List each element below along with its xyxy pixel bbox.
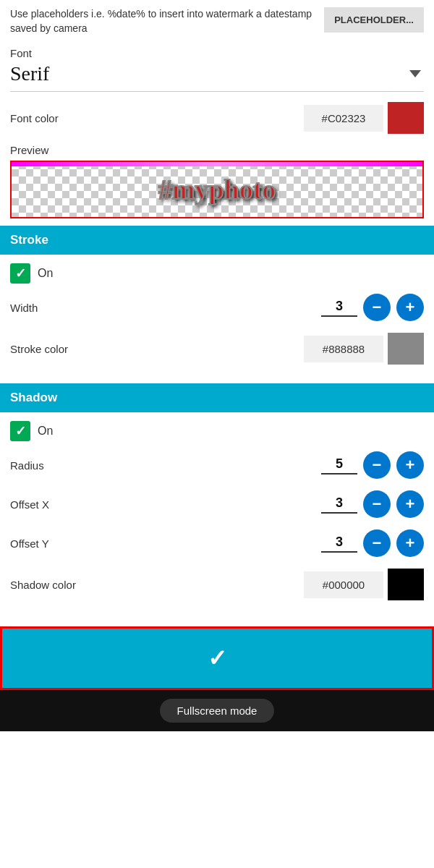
description-text: Use placeholders i.e. %date% to insert i… [10,7,324,35]
shadow-offset-y-plus-button[interactable]: + [396,529,424,557]
font-color-hex[interactable]: #C02323 [304,105,383,132]
fullscreen-button[interactable]: Fullscreen mode [160,699,275,723]
minus-icon: − [373,496,382,512]
top-section: Use placeholders i.e. %date% to insert i… [0,0,434,226]
minus-icon: − [373,299,382,315]
shadow-radius-controls: 5 − + [321,451,424,479]
stroke-title: Stroke [10,233,48,247]
stroke-checkbox[interactable]: ✓ [10,263,30,284]
shadow-offset-x-plus-button[interactable]: + [396,490,424,518]
plus-icon: + [406,457,415,473]
stroke-color-hex[interactable]: #888888 [304,336,383,362]
stroke-color-input-group: #888888 [304,333,424,365]
stroke-width-controls: 3 − + [321,294,424,321]
shadow-section-header: Shadow [0,383,434,412]
preview-label: Preview [10,144,424,156]
shadow-checkbox[interactable]: ✓ [10,421,30,441]
shadow-offset-x-minus-button[interactable]: − [363,490,391,518]
shadow-color-hex[interactable]: #000000 [304,571,383,598]
font-select-row[interactable]: Serif [10,62,424,92]
preview-top-line [12,162,422,166]
shadow-offset-y-row: Offset Y 3 − + [10,529,424,557]
preview-box: #myphoto [10,161,424,218]
stroke-checkbox-row: ✓ On [10,263,424,284]
confirm-checkmark: ✓ [208,644,227,672]
shadow-offset-y-minus-button[interactable]: − [363,529,391,557]
shadow-color-swatch[interactable] [388,569,424,600]
stroke-color-swatch[interactable] [388,333,424,365]
shadow-color-label: Shadow color [10,579,76,591]
placeholder-button[interactable]: PLACEHOLDER... [324,7,424,33]
shadow-offset-x-label: Offset X [10,498,49,511]
shadow-radius-minus-button[interactable]: − [363,451,391,479]
stroke-width-label: Width [10,302,38,314]
shadow-color-input-group: #000000 [304,569,424,600]
plus-icon: + [406,299,415,315]
preview-text: #myphoto [158,174,276,205]
font-color-row: Font color #C02323 [10,102,424,134]
minus-icon: − [373,457,382,473]
stroke-checkbox-label: On [38,267,53,280]
shadow-section-content: ✓ On Radius 5 − + Offset X 3 − + Offse [0,412,434,619]
stroke-color-row: Stroke color #888888 [10,333,424,365]
chevron-down-icon [409,70,421,77]
shadow-radius-value: 5 [321,456,357,475]
description-row: Use placeholders i.e. %date% to insert i… [10,7,424,35]
plus-icon: + [406,535,415,551]
stroke-section-header: Stroke [0,226,434,255]
stroke-checkmark: ✓ [15,265,26,281]
font-label: Font [10,47,424,59]
shadow-offset-x-row: Offset X 3 − + [10,490,424,518]
confirm-button[interactable]: ✓ [0,626,434,690]
shadow-offset-y-label: Offset Y [10,537,49,550]
shadow-offset-x-controls: 3 − + [321,490,424,518]
plus-icon: + [406,496,415,512]
shadow-checkbox-row: ✓ On [10,421,424,441]
stroke-section-content: ✓ On Width 3 − + Stroke color #888888 [0,255,434,383]
font-color-input-group: #C02323 [304,102,424,134]
shadow-color-row: Shadow color #000000 [10,569,424,600]
shadow-checkmark: ✓ [15,423,26,439]
shadow-checkbox-label: On [38,425,53,438]
shadow-offset-y-controls: 3 − + [321,529,424,557]
font-value: Serif [10,62,49,85]
stroke-width-row: Width 3 − + [10,294,424,321]
shadow-radius-row: Radius 5 − + [10,451,424,479]
stroke-width-plus-button[interactable]: + [396,294,424,321]
shadow-title: Shadow [10,391,57,405]
shadow-radius-plus-button[interactable]: + [396,451,424,479]
minus-icon: − [373,535,382,551]
stroke-width-minus-button[interactable]: − [363,294,391,321]
shadow-offset-x-value: 3 [321,495,357,514]
bottom-bar: Fullscreen mode [0,690,434,731]
shadow-radius-label: Radius [10,459,44,472]
font-color-label: Font color [10,112,59,124]
stroke-width-value: 3 [321,299,357,317]
font-color-swatch[interactable] [388,102,424,134]
stroke-color-label: Stroke color [10,343,68,355]
shadow-offset-y-value: 3 [321,535,357,553]
